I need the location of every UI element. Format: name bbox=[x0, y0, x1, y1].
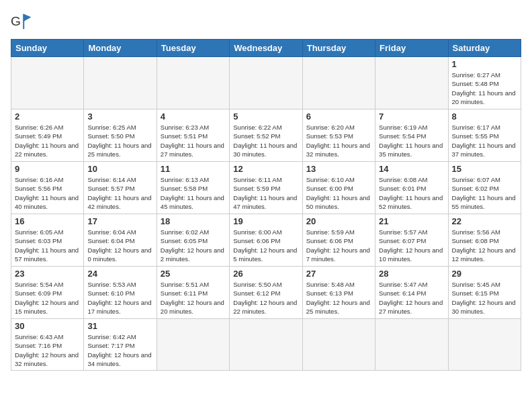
calendar-cell: 10Sunrise: 6:14 AM Sunset: 5:57 PM Dayli… bbox=[84, 162, 157, 214]
day-info: Sunrise: 5:51 AM Sunset: 6:11 PM Dayligh… bbox=[161, 280, 226, 316]
page: G Sunday Monday Tuesday Wednesday Thursd… bbox=[0, 0, 532, 411]
logo: G bbox=[11, 11, 35, 32]
header-sunday: Sunday bbox=[11, 40, 84, 57]
day-info: Sunrise: 5:47 AM Sunset: 6:14 PM Dayligh… bbox=[379, 280, 444, 316]
calendar-cell: 13Sunrise: 6:10 AM Sunset: 6:00 PM Dayli… bbox=[302, 162, 375, 214]
svg-marker-1 bbox=[24, 14, 31, 21]
calendar-cell: 28Sunrise: 5:47 AM Sunset: 6:14 PM Dayli… bbox=[375, 267, 448, 319]
generalblue-logo-icon: G bbox=[11, 11, 32, 32]
calendar-cell: 12Sunrise: 6:11 AM Sunset: 5:59 PM Dayli… bbox=[230, 162, 302, 214]
day-info: Sunrise: 6:04 AM Sunset: 6:04 PM Dayligh… bbox=[87, 228, 152, 263]
calendar-cell: 23Sunrise: 5:54 AM Sunset: 6:09 PM Dayli… bbox=[11, 267, 84, 319]
calendar-cell: 3Sunrise: 6:25 AM Sunset: 5:50 PM Daylig… bbox=[84, 109, 157, 162]
day-info: Sunrise: 5:57 AM Sunset: 6:07 PM Dayligh… bbox=[379, 228, 444, 263]
day-info: Sunrise: 6:00 AM Sunset: 6:06 PM Dayligh… bbox=[233, 228, 298, 263]
header-tuesday: Tuesday bbox=[157, 40, 229, 57]
calendar-cell bbox=[375, 319, 448, 371]
calendar-cell bbox=[11, 57, 84, 109]
day-info: Sunrise: 5:56 AM Sunset: 6:08 PM Dayligh… bbox=[452, 228, 517, 263]
calendar-cell: 21Sunrise: 5:57 AM Sunset: 6:07 PM Dayli… bbox=[375, 214, 448, 267]
day-info: Sunrise: 6:43 AM Sunset: 7:16 PM Dayligh… bbox=[15, 332, 80, 368]
calendar-cell: 20Sunrise: 5:59 AM Sunset: 6:06 PM Dayli… bbox=[302, 214, 375, 267]
calendar-cell: 22Sunrise: 5:56 AM Sunset: 6:08 PM Dayli… bbox=[448, 214, 521, 267]
day-info: Sunrise: 5:45 AM Sunset: 6:15 PM Dayligh… bbox=[452, 280, 517, 316]
day-number: 21 bbox=[379, 216, 444, 226]
day-number: 27 bbox=[306, 269, 371, 279]
day-number: 7 bbox=[379, 111, 444, 122]
day-number: 1 bbox=[452, 59, 517, 69]
header-friday: Friday bbox=[375, 40, 448, 57]
calendar-cell bbox=[157, 57, 229, 109]
day-number: 5 bbox=[233, 111, 298, 122]
day-info: Sunrise: 6:11 AM Sunset: 5:59 PM Dayligh… bbox=[233, 175, 298, 211]
calendar-cell bbox=[302, 57, 375, 109]
day-info: Sunrise: 6:23 AM Sunset: 5:51 PM Dayligh… bbox=[161, 123, 226, 158]
day-info: Sunrise: 5:48 AM Sunset: 6:13 PM Dayligh… bbox=[306, 280, 371, 316]
day-info: Sunrise: 5:50 AM Sunset: 6:12 PM Dayligh… bbox=[233, 280, 298, 316]
calendar-body: 1Sunrise: 6:27 AM Sunset: 5:48 PM Daylig… bbox=[11, 57, 521, 371]
calendar-cell bbox=[230, 57, 302, 109]
day-number: 10 bbox=[87, 164, 152, 174]
calendar-cell: 27Sunrise: 5:48 AM Sunset: 6:13 PM Dayli… bbox=[302, 267, 375, 319]
header-saturday: Saturday bbox=[448, 40, 521, 57]
day-number: 15 bbox=[452, 164, 517, 174]
day-number: 19 bbox=[233, 216, 298, 226]
calendar-cell: 17Sunrise: 6:04 AM Sunset: 6:04 PM Dayli… bbox=[84, 214, 157, 267]
day-number: 30 bbox=[15, 321, 80, 331]
day-number: 23 bbox=[15, 269, 80, 279]
svg-text:G: G bbox=[11, 14, 21, 28]
day-info: Sunrise: 5:53 AM Sunset: 6:10 PM Dayligh… bbox=[87, 280, 152, 316]
day-info: Sunrise: 6:26 AM Sunset: 5:49 PM Dayligh… bbox=[15, 123, 80, 158]
calendar-cell: 29Sunrise: 5:45 AM Sunset: 6:15 PM Dayli… bbox=[448, 267, 521, 319]
day-number: 20 bbox=[306, 216, 371, 226]
calendar-cell: 1Sunrise: 6:27 AM Sunset: 5:48 PM Daylig… bbox=[448, 57, 521, 109]
day-number: 8 bbox=[452, 111, 517, 122]
calendar-cell bbox=[302, 319, 375, 371]
day-info: Sunrise: 6:14 AM Sunset: 5:57 PM Dayligh… bbox=[87, 175, 152, 211]
day-number: 16 bbox=[15, 216, 80, 226]
day-number: 12 bbox=[233, 164, 298, 174]
calendar-cell: 4Sunrise: 6:23 AM Sunset: 5:51 PM Daylig… bbox=[157, 109, 229, 162]
calendar-cell: 5Sunrise: 6:22 AM Sunset: 5:52 PM Daylig… bbox=[230, 109, 302, 162]
day-number: 9 bbox=[15, 164, 80, 174]
calendar-cell: 8Sunrise: 6:17 AM Sunset: 5:55 PM Daylig… bbox=[448, 109, 521, 162]
day-number: 22 bbox=[452, 216, 517, 226]
day-info: Sunrise: 5:59 AM Sunset: 6:06 PM Dayligh… bbox=[306, 228, 371, 263]
header-monday: Monday bbox=[84, 40, 157, 57]
day-info: Sunrise: 6:10 AM Sunset: 6:00 PM Dayligh… bbox=[306, 175, 371, 211]
calendar-cell: 25Sunrise: 5:51 AM Sunset: 6:11 PM Dayli… bbox=[157, 267, 229, 319]
header-wednesday: Wednesday bbox=[230, 40, 302, 57]
day-info: Sunrise: 5:54 AM Sunset: 6:09 PM Dayligh… bbox=[15, 280, 80, 316]
day-number: 28 bbox=[379, 269, 444, 279]
day-number: 31 bbox=[87, 321, 152, 331]
calendar-cell: 14Sunrise: 6:08 AM Sunset: 6:01 PM Dayli… bbox=[375, 162, 448, 214]
calendar-cell: 19Sunrise: 6:00 AM Sunset: 6:06 PM Dayli… bbox=[230, 214, 302, 267]
day-info: Sunrise: 6:27 AM Sunset: 5:48 PM Dayligh… bbox=[452, 71, 517, 106]
calendar-cell bbox=[230, 319, 302, 371]
calendar-cell: 6Sunrise: 6:20 AM Sunset: 5:53 PM Daylig… bbox=[302, 109, 375, 162]
calendar-cell: 24Sunrise: 5:53 AM Sunset: 6:10 PM Dayli… bbox=[84, 267, 157, 319]
calendar-cell bbox=[157, 319, 229, 371]
day-number: 14 bbox=[379, 164, 444, 174]
day-info: Sunrise: 6:42 AM Sunset: 7:17 PM Dayligh… bbox=[87, 332, 152, 368]
day-number: 18 bbox=[161, 216, 226, 226]
day-info: Sunrise: 6:08 AM Sunset: 6:01 PM Dayligh… bbox=[379, 175, 444, 211]
day-number: 26 bbox=[233, 269, 298, 279]
calendar-cell: 26Sunrise: 5:50 AM Sunset: 6:12 PM Dayli… bbox=[230, 267, 302, 319]
calendar-cell: 30Sunrise: 6:43 AM Sunset: 7:16 PM Dayli… bbox=[11, 319, 84, 371]
day-info: Sunrise: 6:17 AM Sunset: 5:55 PM Dayligh… bbox=[452, 123, 517, 158]
calendar-cell: 9Sunrise: 6:16 AM Sunset: 5:56 PM Daylig… bbox=[11, 162, 84, 214]
day-number: 6 bbox=[306, 111, 371, 122]
header-thursday: Thursday bbox=[302, 40, 375, 57]
day-number: 2 bbox=[15, 111, 80, 122]
calendar-cell: 18Sunrise: 6:02 AM Sunset: 6:05 PM Dayli… bbox=[157, 214, 229, 267]
calendar-cell bbox=[375, 57, 448, 109]
weekday-header-row: Sunday Monday Tuesday Wednesday Thursday… bbox=[11, 40, 521, 57]
day-number: 3 bbox=[87, 111, 152, 122]
calendar-cell: 15Sunrise: 6:07 AM Sunset: 6:02 PM Dayli… bbox=[448, 162, 521, 214]
calendar-cell bbox=[84, 57, 157, 109]
calendar-table: Sunday Monday Tuesday Wednesday Thursday… bbox=[11, 39, 521, 371]
day-number: 11 bbox=[161, 164, 226, 174]
day-number: 17 bbox=[87, 216, 152, 226]
day-number: 4 bbox=[161, 111, 226, 122]
